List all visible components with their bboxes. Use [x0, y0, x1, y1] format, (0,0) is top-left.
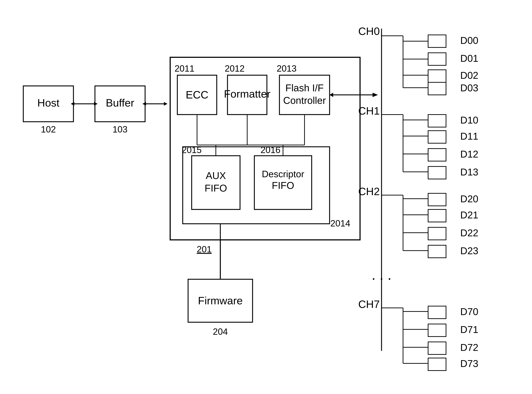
- host-label: Host: [37, 97, 59, 109]
- ch7-label: CH7: [358, 298, 380, 310]
- ecc-ref: 2011: [174, 63, 194, 73]
- d02-box: [428, 70, 446, 82]
- diagram: Host 102 Buffer 103 201 ECC 2011 Formatt…: [0, 0, 532, 394]
- d01-label: D01: [460, 53, 479, 64]
- d10-label: D10: [460, 114, 479, 126]
- ch1-label: CH1: [358, 105, 380, 117]
- d12-label: D12: [460, 149, 479, 160]
- desc-fifo-ref: 2016: [260, 145, 280, 155]
- aux-fifo-label1: AUX: [206, 170, 226, 181]
- d12-box: [428, 149, 446, 161]
- d13-box: [428, 166, 446, 179]
- d21-box: [428, 209, 446, 222]
- aux-fifo-label2: FIFO: [205, 183, 227, 194]
- flash-if-label2: Controller: [283, 95, 326, 106]
- d73-box: [428, 358, 446, 371]
- formatter-label: Formatter: [224, 88, 270, 100]
- d71-box: [428, 324, 446, 337]
- desc-fifo-label1: Descriptor: [262, 169, 304, 179]
- d13-label: D13: [460, 166, 479, 178]
- d03-box: [428, 82, 446, 95]
- flash-if-label1: Flash I/F: [285, 82, 324, 93]
- aux-fifo-ref: 2015: [182, 145, 201, 155]
- d23-box: [428, 245, 446, 258]
- inner-block-ref: 2014: [330, 218, 350, 228]
- host-ref: 102: [41, 124, 56, 135]
- d00-box: [428, 35, 446, 47]
- ecc-label: ECC: [186, 89, 209, 101]
- d23-label: D23: [460, 245, 479, 256]
- d22-box: [428, 227, 446, 240]
- d00-label: D00: [460, 35, 479, 46]
- d11-box: [428, 131, 446, 143]
- buffer-label: Buffer: [106, 97, 134, 109]
- outer-block-ref: 201: [197, 244, 211, 254]
- d73-label: D73: [460, 358, 479, 369]
- dots: · · ·: [372, 270, 391, 286]
- buffer-ref: 103: [112, 124, 127, 135]
- d20-box: [428, 193, 446, 206]
- formatter-ref: 2012: [225, 63, 244, 73]
- desc-fifo-label2: FIFO: [272, 180, 294, 191]
- d21-label: D21: [460, 209, 479, 221]
- ch0-label: CH0: [358, 25, 380, 37]
- flash-if-ref: 2013: [277, 63, 296, 73]
- firmware-ref: 204: [213, 327, 228, 337]
- d01-box: [428, 53, 446, 65]
- d71-label: D71: [460, 324, 479, 335]
- d70-box: [428, 306, 446, 319]
- firmware-label: Firmware: [198, 295, 243, 307]
- d70-label: D70: [460, 306, 479, 317]
- d20-label: D20: [460, 193, 479, 204]
- d22-label: D22: [460, 227, 479, 238]
- d02-label: D02: [460, 70, 479, 81]
- d10-box: [428, 114, 446, 127]
- d03-label: D03: [460, 82, 479, 93]
- d72-box: [428, 342, 446, 354]
- d72-label: D72: [460, 342, 479, 353]
- d11-label: D11: [460, 131, 479, 142]
- ch2-label: CH2: [358, 186, 380, 197]
